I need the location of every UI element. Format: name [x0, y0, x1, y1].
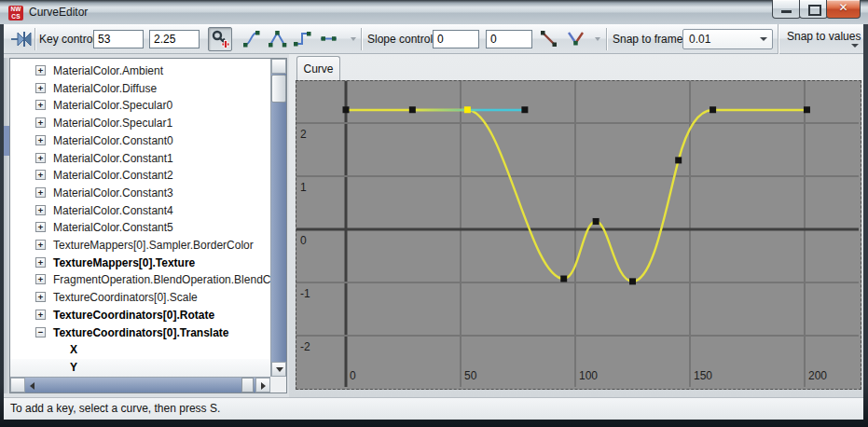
collapse-icon[interactable]: −: [35, 327, 46, 337]
slope-break-icon: [565, 28, 586, 49]
property-tree[interactable]: +MaterialColor.Ambient+MaterialColor.Dif…: [10, 59, 270, 377]
tree-item[interactable]: +MaterialColor.Constant2: [10, 167, 270, 185]
maximize-button[interactable]: [799, 0, 828, 19]
keyframe[interactable]: [464, 106, 471, 113]
horizontal-scroll-thumb[interactable]: [241, 378, 254, 393]
expand-icon[interactable]: +: [35, 274, 46, 284]
scroll-right-button[interactable]: [255, 378, 270, 393]
expand-icon[interactable]: +: [35, 83, 46, 93]
curve-plot[interactable]: 050100150200210-1-2: [296, 80, 861, 390]
expand-icon[interactable]: +: [35, 257, 46, 268]
expand-icon[interactable]: +: [35, 205, 46, 215]
svg-text:50: 50: [464, 369, 477, 382]
scroll-down-button[interactable]: [271, 362, 286, 377]
vertical-scroll-thumb[interactable]: [271, 75, 286, 103]
expand-icon[interactable]: +: [35, 240, 46, 250]
tree-item[interactable]: +FragmentOperation.BlendOperation.BlendC…: [10, 271, 270, 289]
expand-icon[interactable]: +: [35, 222, 46, 232]
curve-plot-canvas[interactable]: 050100150200210-1-2: [296, 81, 859, 387]
tree-item-label: Y: [70, 361, 77, 374]
tree-item[interactable]: +MaterialColor.Ambient: [10, 62, 270, 80]
toolbar-separator: [606, 28, 607, 50]
keyframe[interactable]: [560, 276, 567, 282]
tree-item-label: TextureCoordinators[0].Scale: [53, 291, 198, 304]
linear-tangent-button[interactable]: [266, 27, 290, 51]
snap-to-frames-dropdown[interactable]: 0.01: [682, 29, 773, 49]
expand-icon[interactable]: +: [35, 65, 46, 76]
slope-in-input[interactable]: [433, 30, 479, 48]
tree-item[interactable]: +MaterialColor.Constant4: [10, 202, 270, 220]
expand-icon[interactable]: +: [35, 117, 46, 128]
tree-item-label: MaterialColor.Constant0: [53, 134, 173, 147]
property-tree-panel: +MaterialColor.Ambient+MaterialColor.Dif…: [9, 58, 287, 393]
toolbar-separator: [34, 28, 35, 50]
tree-item[interactable]: +MaterialColor.Specular0: [10, 97, 270, 115]
tree-item-label: TextureCoordinators[0].Rotate: [53, 309, 214, 322]
svg-text:100: 100: [579, 369, 598, 382]
expand-icon[interactable]: +: [35, 100, 46, 110]
keyframe[interactable]: [675, 157, 682, 163]
keyframe[interactable]: [409, 106, 416, 113]
flat-tangent-button[interactable]: [317, 27, 341, 51]
svg-text:-2: -2: [300, 340, 310, 353]
toolbar-separator: [361, 28, 362, 50]
tree-item[interactable]: Y: [10, 359, 270, 377]
add-key-button[interactable]: [208, 27, 232, 51]
keyframe[interactable]: [521, 106, 528, 113]
curve-editor-window: NW CS CurveEditor ✕ Key control: [0, 0, 868, 427]
smooth-curve-icon: [241, 28, 263, 49]
tree-item[interactable]: +MaterialColor.Constant3: [10, 185, 270, 202]
tree-item[interactable]: −TextureCoordinators[0].Translate: [10, 324, 270, 342]
scroll-left-button[interactable]: [10, 378, 25, 393]
close-button[interactable]: ✕: [826, 0, 861, 19]
tree-item-label: MaterialColor.Specular0: [53, 99, 172, 112]
keyframe[interactable]: [593, 218, 599, 225]
tree-item[interactable]: +TextureMappers[0].Sampler.BorderColor: [10, 237, 270, 255]
tab-curve[interactable]: Curve: [296, 56, 340, 80]
snap-to-values-dropdown[interactable]: Snap to values: [778, 24, 864, 54]
keyframe[interactable]: [710, 106, 716, 113]
expand-icon[interactable]: +: [35, 170, 46, 180]
expand-icon[interactable]: +: [35, 153, 46, 163]
minimize-button[interactable]: [772, 0, 801, 19]
tree-item-label: MaterialColor.Constant2: [53, 169, 173, 182]
keyframe[interactable]: [804, 106, 810, 113]
tree-item[interactable]: +TextureCoordinators[0].Scale: [10, 289, 270, 307]
tree-item[interactable]: +MaterialColor.Constant0: [10, 132, 270, 150]
tree-item[interactable]: +TextureMappers[0].Texture: [10, 255, 270, 272]
tree-item[interactable]: X: [10, 341, 270, 359]
pin-icon: [10, 28, 33, 50]
expand-icon[interactable]: +: [35, 187, 46, 198]
app-icon-text-bottom: CS: [8, 13, 23, 21]
tree-item[interactable]: +TextureCoordinators[0].Rotate: [10, 307, 270, 324]
tree-item-label: MaterialColor.Diffuse: [53, 82, 157, 95]
window-title: CurveEditor: [29, 0, 88, 24]
tree-item[interactable]: +MaterialColor.Specular1: [10, 115, 270, 132]
keyframe[interactable]: [343, 106, 350, 113]
tree-horizontal-scrollbar[interactable]: [10, 377, 270, 393]
expand-icon[interactable]: +: [35, 310, 46, 320]
slope-line-button[interactable]: [537, 27, 561, 51]
title-bar[interactable]: NW CS CurveEditor ✕: [0, 0, 868, 24]
scroll-up-button[interactable]: [271, 59, 286, 74]
keyframe[interactable]: [629, 278, 636, 284]
pin-button[interactable]: [9, 27, 34, 51]
tree-item-label: MaterialColor.Constant5: [53, 221, 173, 234]
key-frame-input[interactable]: [93, 30, 144, 48]
smooth-tangent-button[interactable]: [241, 27, 265, 51]
slope-break-button[interactable]: [564, 27, 588, 51]
expand-icon[interactable]: +: [35, 135, 46, 145]
add-key-icon: [210, 29, 231, 50]
slope-out-input[interactable]: [486, 30, 532, 48]
snap-to-frames-value: 0.01: [689, 30, 710, 48]
step-tangent-button[interactable]: [291, 27, 315, 51]
key-control-label: Key control: [39, 24, 95, 54]
minimize-icon: [781, 10, 792, 13]
tree-item[interactable]: +MaterialColor.Constant1: [10, 150, 270, 168]
key-value-input[interactable]: [149, 30, 200, 48]
status-bar: To add a key, select a curve, then press…: [4, 397, 863, 420]
expand-icon[interactable]: +: [35, 292, 46, 302]
tree-item[interactable]: +MaterialColor.Diffuse: [10, 80, 270, 98]
tree-vertical-scrollbar[interactable]: [270, 59, 286, 377]
tree-item[interactable]: +MaterialColor.Constant5: [10, 219, 270, 237]
